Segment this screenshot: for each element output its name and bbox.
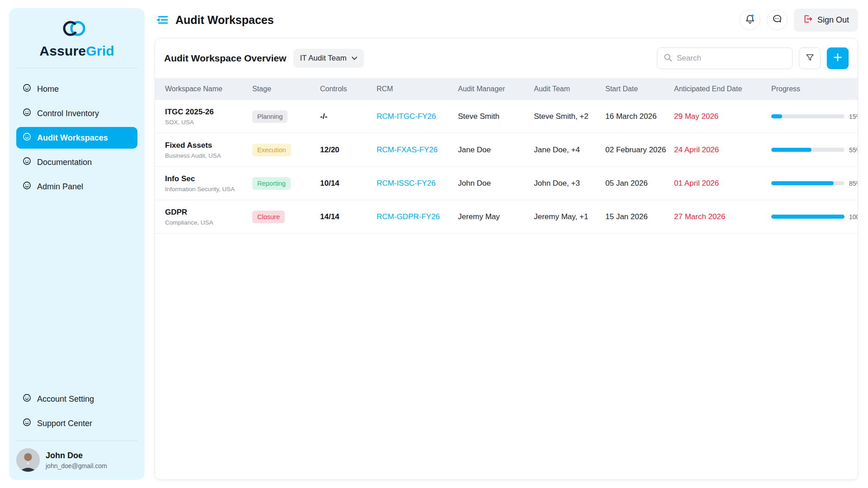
user-email: john_doe@gmail.com [46, 462, 107, 469]
audit-manager: Steve Smith [458, 112, 534, 121]
sidebar-footer-nav: Account Setting Support Center [16, 388, 137, 434]
column-header-end-date: Anticipated End Date [674, 85, 771, 93]
stage-cell: Execution [252, 144, 320, 156]
card-header: Audit Workspace Overview IT Audit Team [155, 38, 858, 78]
add-workspace-button[interactable] [827, 47, 849, 69]
sidebar-item-label: Documentation [37, 158, 92, 167]
rcm-link[interactable]: RCM-ISSC-FY26 [377, 179, 435, 188]
column-header-audit-team: Audit Team [534, 85, 605, 93]
sidebar-item-audit-workspaces[interactable]: Audit Workspaces [16, 127, 137, 149]
sidebar-item-label: Account Setting [37, 394, 94, 404]
plus-icon [833, 52, 843, 64]
audit-manager: John Doe [458, 179, 534, 188]
brand-name-primary: Assure [39, 43, 86, 58]
notification-bell-button[interactable] [740, 9, 760, 30]
user-card[interactable]: John Doe john_doe@gmail.com [16, 441, 137, 472]
team-filter-dropdown[interactable]: IT Audit Team [293, 49, 363, 68]
table-row[interactable]: Fixed Assets Business Audit, USA Executi… [155, 133, 858, 167]
sidebar-item-home[interactable]: Home [16, 78, 137, 100]
user-name: John Doe [46, 451, 107, 460]
workspace-name-cell: Fixed Assets Business Audit, USA [155, 141, 252, 159]
sidebar-item-support-center[interactable]: Support Center [16, 413, 137, 434]
page-title: Audit Workspaces [175, 14, 274, 27]
column-header-start-date: Start Date [605, 85, 674, 93]
sidebar-spacer [16, 197, 137, 388]
stage-cell: Reporting [252, 177, 320, 190]
documentation-icon [23, 157, 31, 168]
chat-button[interactable] [767, 9, 788, 30]
table-body: ITGC 2025-26 SOX, USA Planning -/- RCM-I… [155, 100, 858, 234]
team-filter-label: IT Audit Team [300, 54, 346, 63]
column-header-stage: Stage [252, 85, 320, 93]
rcm-link[interactable]: RCM-FXAS-FY26 [377, 145, 438, 154]
rcm-cell: RCM-ITGC-FY26 [377, 112, 458, 121]
stage-badge: Closure [252, 211, 285, 223]
home-icon [23, 84, 31, 94]
chat-icon [772, 14, 783, 26]
sidebar-item-label: Audit Workspaces [37, 133, 108, 143]
main-content: Audit Workspaces [145, 0, 868, 488]
stage-cell: Planning [252, 110, 320, 123]
column-header-progress: Progress [771, 85, 858, 93]
audit-manager: Jane Doe [458, 145, 534, 155]
brand-name: AssureGrid [39, 43, 114, 59]
sidebar-item-label: Support Center [37, 419, 92, 428]
brand: AssureGrid [16, 18, 137, 68]
filter-button[interactable] [799, 47, 821, 69]
start-date: 02 February 2026 [605, 145, 674, 155]
workspace-name-cell: ITGC 2025-26 SOX, USA [155, 108, 252, 126]
rcm-cell: RCM-ISSC-FY26 [377, 179, 458, 188]
controls-count: 14/14 [320, 212, 377, 221]
anticipated-end-date: 24 April 2026 [674, 145, 771, 155]
sign-out-button[interactable]: Sign Out [794, 9, 858, 32]
workspace-table: Workspace Name Stage Controls RCM Audit … [155, 78, 858, 234]
chevron-down-icon [351, 54, 358, 63]
sidebar-item-documentation[interactable]: Documentation [16, 151, 137, 173]
table-header-row: Workspace Name Stage Controls RCM Audit … [155, 78, 858, 100]
sidebar-item-account-setting[interactable]: Account Setting [16, 388, 137, 410]
progress-cell: 100% [771, 213, 858, 221]
rcm-link[interactable]: RCM-GDPR-FY26 [377, 212, 440, 221]
table-row[interactable]: GDPR Compliance, USA Closure 14/14 RCM-G… [155, 200, 858, 234]
user-info: John Doe john_doe@gmail.com [46, 451, 107, 469]
card-header-actions [657, 47, 849, 69]
anticipated-end-date: 29 May 2026 [674, 112, 771, 121]
topbar-actions: Sign Out [740, 9, 858, 32]
sidebar-item-label: Admin Panel [37, 182, 83, 192]
account-setting-icon [23, 394, 31, 404]
stage-badge: Reporting [252, 177, 291, 190]
stage-cell: Closure [252, 211, 320, 223]
column-header-audit-manager: Audit Manager [458, 85, 534, 93]
progress-label: 100% [849, 213, 858, 221]
assuregrid-logo-icon [61, 18, 93, 41]
progress-bar [771, 148, 844, 152]
table-row[interactable]: ITGC 2025-26 SOX, USA Planning -/- RCM-I… [155, 100, 858, 133]
workspace-subtitle: Information Security, USA [165, 186, 252, 192]
sign-out-label: Sign Out [817, 15, 849, 25]
anticipated-end-date: 27 March 2026 [674, 212, 771, 221]
stage-badge: Planning [252, 110, 288, 123]
workspace-name: Fixed Assets [165, 141, 252, 150]
audit-team: Jane Doe, +4 [534, 145, 605, 155]
stage-badge: Execution [252, 144, 291, 156]
audit-team: Steve Smith, +2 [534, 112, 605, 121]
brand-name-secondary: Grid [86, 43, 114, 58]
support-center-icon [23, 418, 31, 429]
progress-label: 55% [849, 146, 858, 154]
progress-bar-fill [771, 215, 844, 219]
sidebar-item-admin-panel[interactable]: Admin Panel [16, 176, 137, 197]
rcm-link[interactable]: RCM-ITGC-FY26 [377, 112, 436, 121]
audit-workspaces-icon [23, 132, 31, 143]
audit-team: John Doe, +3 [534, 179, 605, 188]
progress-label: 15% [849, 113, 858, 120]
rcm-cell: RCM-GDPR-FY26 [377, 212, 458, 221]
sidebar-item-control-inventory[interactable]: Control Inventory [16, 103, 137, 124]
search-input[interactable] [677, 54, 786, 63]
collapse-menu-icon[interactable] [155, 14, 169, 26]
progress-bar-fill [771, 181, 834, 185]
workspace-name-cell: GDPR Compliance, USA [155, 208, 252, 226]
table-row[interactable]: Info Sec Information Security, USA Repor… [155, 167, 858, 200]
workspace-overview-card: Audit Workspace Overview IT Audit Team [155, 38, 858, 480]
search-box [657, 47, 793, 69]
admin-panel-icon [23, 181, 31, 192]
